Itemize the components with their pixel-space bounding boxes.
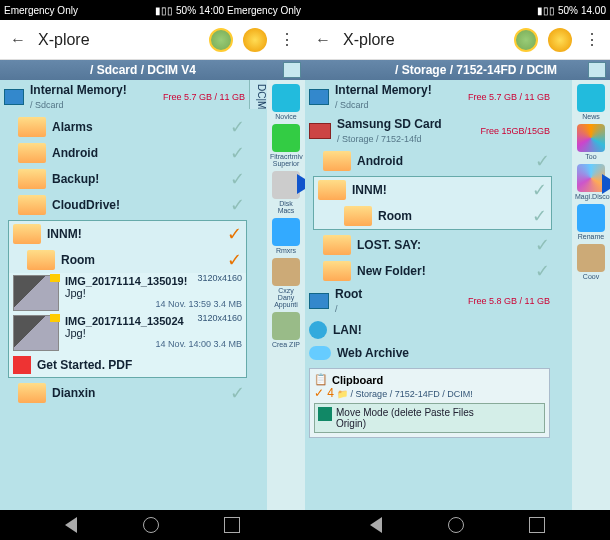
carrier: Emergency Only <box>4 5 155 16</box>
crest-icon[interactable] <box>514 28 538 52</box>
tool-copy[interactable]: Cxzy Dany Appunti <box>270 258 302 308</box>
nav-home-icon[interactable] <box>448 517 464 533</box>
device-icon <box>309 293 329 309</box>
app-title: X-plore <box>38 31 199 49</box>
sdcard-icon <box>309 123 331 139</box>
folder-row[interactable]: Alarms✓ <box>0 114 249 140</box>
sdcard-row[interactable]: Samsung SD Card/ Storage / 7152-14fd Fre… <box>305 114 554 148</box>
globe-icon <box>309 321 327 339</box>
tool-copy[interactable]: Coov <box>575 244 607 280</box>
crest-icon[interactable] <box>209 28 233 52</box>
image-thumb <box>13 315 59 351</box>
status-icons: ▮▯▯ 50% 14:00 Emergency Only <box>155 5 301 16</box>
root-row[interactable]: Root/ Free 5.8 GB / 11 GB <box>305 284 554 318</box>
pdf-icon <box>13 356 31 374</box>
file-row[interactable]: IMG_20171114_135019!Jpg!14 Nov. 13:59 3.… <box>9 273 246 313</box>
overflow-icon[interactable]: ⋮ <box>277 30 297 50</box>
check-icon[interactable]: ✓ <box>227 249 242 271</box>
folder-icon <box>27 250 55 270</box>
check-icon[interactable]: ✓ <box>535 234 550 256</box>
nav-bar <box>305 510 610 540</box>
folder-row[interactable]: New Folder!✓ <box>305 258 554 284</box>
folder-icon <box>323 151 351 171</box>
folder-icon <box>18 169 46 189</box>
nav-recent-icon[interactable] <box>224 517 240 533</box>
nav-back-icon[interactable] <box>370 517 382 533</box>
back-icon[interactable]: ← <box>8 30 28 50</box>
folder-icon <box>323 261 351 281</box>
clipboard-title: Clipboard <box>332 374 383 386</box>
tool-filter[interactable]: Fitracrtmiv Superior <box>270 124 302 167</box>
tool-news[interactable]: News <box>575 84 607 120</box>
folder-icon <box>18 383 46 403</box>
status-bar: Emergency Only ▮▯▯ 50% 14:00 Emergency O… <box>0 0 305 20</box>
selection-group: INNM!✓ Room✓ IMG_20171114_135019!Jpg!14 … <box>8 220 247 378</box>
tool-rename[interactable]: Rmxrs <box>270 218 302 254</box>
status-icons: ▮▯▯ 50% 14.00 <box>537 5 606 16</box>
check-icon[interactable]: ✓ <box>230 194 245 216</box>
file-list: Internal Memory!/ Sdcard Free 5.7 GB / 1… <box>305 80 554 510</box>
folder-row[interactable]: Dianxin✓ <box>0 380 249 406</box>
nav-bar <box>0 510 305 540</box>
back-icon[interactable]: ← <box>313 30 333 50</box>
folder-icon <box>13 224 41 244</box>
content-area: News Too Magi.Disco Rename Coov Internal… <box>305 80 610 510</box>
lan-row[interactable]: LAN! <box>305 318 554 342</box>
file-list: Internal Memory!/ Sdcard Free 5.7 GB / 1… <box>0 80 249 510</box>
toolbar: News Too Magi.Disco Rename Coov <box>572 80 610 510</box>
content-area: DC|M Novice Fitracrtmiv Superior Disk Ma… <box>0 80 305 510</box>
check-icon[interactable]: ✓ <box>532 205 547 227</box>
folder-row[interactable]: Android✓ <box>305 148 554 174</box>
path-bar[interactable]: / Storage / 7152-14FD / DCIM <box>305 60 610 80</box>
folder-row-selected[interactable]: Room✓ <box>9 247 246 273</box>
app-bar: ← X-plore ⋮ <box>305 20 610 60</box>
internal-memory-row[interactable]: Internal Memory!/ Sdcard Free 5.7 GB / 1… <box>305 80 554 114</box>
check-icon[interactable]: ✓ <box>532 179 547 201</box>
folder-row-selected[interactable]: INNM!✓ <box>314 177 551 203</box>
folder-row[interactable]: Android✓ <box>0 140 249 166</box>
folder-row[interactable]: LOST. SAY:✓ <box>305 232 554 258</box>
selection-group: INNM!✓ Room✓ <box>313 176 552 230</box>
file-row[interactable]: Get Started. PDF <box>9 353 246 377</box>
path-bar[interactable]: / Sdcard / DCIM V4 <box>0 60 305 80</box>
clipboard-panel: 📋Clipboard ✓ 4 📁 / Storage / 7152-14FD /… <box>309 368 550 438</box>
overflow-icon[interactable]: ⋮ <box>582 30 602 50</box>
image-thumb <box>13 275 59 311</box>
check-icon[interactable]: ✓ <box>535 260 550 282</box>
transfer-arrow-icon[interactable] <box>602 174 610 194</box>
tool-novice[interactable]: Novice <box>270 84 302 120</box>
nav-recent-icon[interactable] <box>529 517 545 533</box>
folder-row[interactable]: Backup!✓ <box>0 166 249 192</box>
clipboard-icon: 📋 <box>314 373 328 386</box>
check-icon[interactable]: ✓ <box>230 116 245 138</box>
internal-memory-row[interactable]: Internal Memory!/ Sdcard Free 5.7 GB / 1… <box>0 80 249 114</box>
bookmark-icon[interactable] <box>243 28 267 52</box>
cloud-row[interactable]: Web Archive <box>305 342 554 364</box>
check-icon[interactable]: ✓ <box>230 142 245 164</box>
folder-row-selected[interactable]: Room✓ <box>314 203 551 229</box>
status-bar: ▮▯▯ 50% 14.00 <box>305 0 610 20</box>
nav-back-icon[interactable] <box>65 517 77 533</box>
folder-row[interactable]: CloudDrive!✓ <box>0 192 249 218</box>
move-mode-checkbox[interactable]: Move Mode (delete Paste FilesOrigin) <box>314 403 545 433</box>
folder-icon <box>18 117 46 137</box>
check-icon[interactable]: ✓ <box>230 382 245 404</box>
transfer-arrow-icon[interactable] <box>297 174 305 194</box>
check-icon[interactable]: ✓ <box>230 168 245 190</box>
tool-too[interactable]: Too <box>575 124 607 160</box>
file-row[interactable]: IMG_20171114_135024Jpg!14 Nov. 14:00 3.4… <box>9 313 246 353</box>
folder-icon <box>18 195 46 215</box>
bookmark-icon[interactable] <box>548 28 572 52</box>
folder-icon <box>18 143 46 163</box>
tool-zip[interactable]: Crea ZIP <box>270 312 302 348</box>
tool-rename[interactable]: Rename <box>575 204 607 240</box>
check-icon[interactable]: ✓ <box>535 150 550 172</box>
device-icon <box>309 89 329 105</box>
folder-icon <box>323 235 351 255</box>
vertical-tab[interactable]: DC|M <box>249 80 267 109</box>
cloud-icon <box>309 346 331 360</box>
device-icon <box>4 89 24 105</box>
folder-row-selected[interactable]: INNM!✓ <box>9 221 246 247</box>
check-icon[interactable]: ✓ <box>227 223 242 245</box>
nav-home-icon[interactable] <box>143 517 159 533</box>
